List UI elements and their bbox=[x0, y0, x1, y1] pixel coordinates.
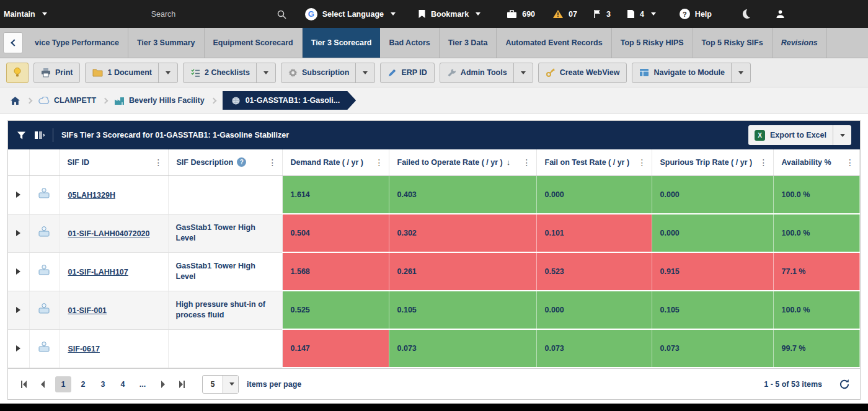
row-expand-button[interactable] bbox=[8, 214, 29, 252]
navigate-module-button[interactable]: Navigate to Module bbox=[632, 63, 751, 83]
admin-tools-label: Admin Tools bbox=[461, 68, 507, 77]
table-row: 05LAH1329H 1.6140.4030.0000.000100.0 % bbox=[8, 175, 860, 214]
sif-description-cell: GasStab1 Tower High Level bbox=[168, 252, 282, 291]
refresh-button[interactable] bbox=[838, 378, 851, 391]
next-page-button[interactable] bbox=[156, 378, 170, 391]
page-size-select[interactable]: 5 bbox=[202, 375, 239, 394]
navigate-module-dropdown[interactable] bbox=[731, 63, 743, 82]
chevron-down-icon bbox=[363, 71, 368, 74]
column-header-sif-id[interactable]: SIF ID ⋮ bbox=[59, 149, 168, 175]
previous-page-button[interactable] bbox=[36, 378, 50, 391]
chevron-down-icon bbox=[223, 376, 238, 393]
breadcrumb-item-site[interactable]: CLAMPETT bbox=[38, 96, 96, 105]
breadcrumb-separator-icon bbox=[102, 97, 108, 104]
tab-top-5-risky-sifs[interactable]: Top 5 Risky SIFs bbox=[693, 28, 773, 58]
column-header-spurious-trip-rate-yr[interactable]: Spurious Trip Rate ( / yr ) ⋮ bbox=[652, 149, 773, 175]
sif-record-button[interactable] bbox=[29, 329, 59, 368]
tab-tier-3-data[interactable]: Tier 3 Data bbox=[440, 28, 497, 58]
sif-record-button[interactable] bbox=[29, 252, 59, 291]
tab-top-5-risky-hips[interactable]: Top 5 Risky HIPS bbox=[612, 28, 693, 58]
column-header-sif-description[interactable]: SIF Description ? ⋮ bbox=[168, 149, 282, 175]
search-input[interactable]: Search bbox=[151, 9, 286, 19]
erp-id-button[interactable]: ERP ID bbox=[380, 63, 434, 83]
subscription-button[interactable]: Subscription bbox=[281, 63, 375, 83]
documents-dropdown[interactable] bbox=[158, 63, 170, 82]
tab-bad-actors[interactable]: Bad Actors bbox=[380, 28, 439, 58]
tab-revisions[interactable]: Revisions bbox=[773, 28, 827, 58]
flags-badge[interactable]: 3 bbox=[593, 9, 611, 19]
sort-desc-icon: ↓ bbox=[507, 157, 511, 167]
help-button[interactable]: ? Help bbox=[680, 9, 712, 19]
language-menu-button[interactable]: G Select Language bbox=[305, 8, 396, 20]
column-header-failed-to-operate-rate-yr[interactable]: Failed to Operate Rate ( / yr ) ↓ ⋮ bbox=[389, 149, 536, 175]
sif-id-link[interactable]: 01-SIF-LAHH04072020 bbox=[68, 229, 150, 238]
column-menu-icon[interactable]: ⋮ bbox=[638, 157, 647, 167]
home-icon[interactable] bbox=[10, 96, 20, 105]
column-menu-icon[interactable]: ⋮ bbox=[375, 157, 384, 167]
first-page-button[interactable] bbox=[17, 378, 30, 391]
checklists-button[interactable]: 2 Checklists bbox=[183, 63, 276, 83]
help-icon[interactable]: ? bbox=[237, 157, 246, 167]
theme-toggle-button[interactable] bbox=[740, 9, 751, 19]
page-button-2[interactable]: 2 bbox=[75, 376, 91, 392]
sif-id-link[interactable]: 01-SIF-LAHH107 bbox=[68, 268, 128, 276]
briefcase-icon bbox=[507, 9, 517, 19]
subscription-dropdown[interactable] bbox=[355, 63, 368, 82]
row-expand-button[interactable] bbox=[8, 175, 29, 214]
sif-record-button[interactable] bbox=[29, 214, 59, 252]
last-page-button[interactable] bbox=[175, 378, 189, 391]
page-button-4[interactable]: 4 bbox=[115, 376, 131, 392]
column-menu-icon[interactable]: ⋮ bbox=[846, 157, 854, 167]
sif-record-button[interactable] bbox=[29, 175, 59, 214]
documents-button[interactable]: 1 Document bbox=[85, 63, 178, 83]
column-menu-icon[interactable]: ⋮ bbox=[268, 157, 277, 167]
admin-tools-dropdown[interactable] bbox=[513, 63, 526, 82]
sif-record-button[interactable] bbox=[29, 291, 59, 329]
tab-scroll-back-button[interactable] bbox=[3, 32, 23, 53]
row-expand-button[interactable] bbox=[8, 291, 29, 329]
row-expand-button[interactable] bbox=[8, 252, 29, 291]
column-menu-icon[interactable]: ⋮ bbox=[154, 157, 163, 167]
page-button-3[interactable]: 3 bbox=[95, 376, 111, 392]
documents-badge[interactable]: 4 bbox=[627, 9, 656, 19]
tab-tier-3-scorecard[interactable]: Tier 3 Scorecard bbox=[303, 28, 381, 58]
column-menu-icon[interactable]: ⋮ bbox=[760, 157, 768, 167]
work-items-badge[interactable]: 690 bbox=[507, 9, 535, 19]
column-header-fail-on-test-rate-yr[interactable]: Fail on Test Rate ( / yr ) ⋮ bbox=[536, 149, 652, 175]
checklists-dropdown[interactable] bbox=[256, 63, 268, 82]
tab-bar: vice Type PerformanceTier 3 SummaryEquip… bbox=[0, 28, 868, 58]
admin-tools-button[interactable]: Admin Tools bbox=[440, 63, 533, 83]
search-icon[interactable] bbox=[277, 9, 286, 19]
export-to-excel-button[interactable]: X Export to Excel bbox=[748, 125, 851, 145]
user-profile-button[interactable] bbox=[776, 9, 785, 19]
sif-id-link[interactable]: SIF-0617 bbox=[68, 345, 100, 353]
metric-cell: 0.147 bbox=[282, 329, 389, 368]
header-divider bbox=[53, 128, 53, 142]
page-ellipsis[interactable]: ... bbox=[135, 376, 151, 392]
column-header-demand-rate-yr[interactable]: Demand Rate ( / yr ) ⋮ bbox=[282, 149, 389, 175]
maintain-menu-button[interactable]: Maintain bbox=[4, 10, 47, 19]
create-webview-button[interactable]: Create WebView bbox=[538, 63, 627, 83]
sif-id-link[interactable]: 05LAH1329H bbox=[68, 191, 115, 200]
tab-equipment-scorecard[interactable]: Equipment Scorecard bbox=[205, 28, 303, 58]
breadcrumb-separator-icon bbox=[27, 97, 33, 104]
export-dropdown[interactable] bbox=[833, 125, 845, 145]
column-chooser-icon[interactable] bbox=[34, 131, 45, 139]
breadcrumb-item-current[interactable]: 01-GASSTAB1: 1-Gasoli... bbox=[223, 91, 356, 110]
tab-tier-3-summary[interactable]: Tier 3 Summary bbox=[128, 28, 205, 58]
hint-button[interactable] bbox=[6, 63, 29, 83]
column-menu-icon[interactable]: ⋮ bbox=[523, 157, 531, 167]
bookmark-menu-button[interactable]: Bookmark bbox=[418, 9, 480, 19]
tab-automated-event-records[interactable]: Automated Event Records bbox=[497, 28, 611, 58]
print-button[interactable]: Print bbox=[33, 63, 80, 83]
column-header-availability[interactable]: Availability % ⋮ bbox=[773, 149, 860, 175]
row-expand-button[interactable] bbox=[8, 329, 29, 368]
tab-vice-type-performance[interactable]: vice Type Performance bbox=[26, 28, 128, 58]
sif-id-link[interactable]: 01-SIF-001 bbox=[68, 306, 107, 315]
table-row: 01-SIF-LAHH107 GasStab1 Tower High Level… bbox=[8, 252, 860, 291]
breadcrumb-item-facility[interactable]: Beverly Hills Facility bbox=[114, 96, 205, 105]
search-placeholder: Search bbox=[151, 10, 176, 19]
page-button-1[interactable]: 1 bbox=[55, 376, 71, 392]
filter-icon[interactable] bbox=[17, 131, 26, 140]
alerts-badge[interactable]: 07 bbox=[552, 9, 577, 19]
